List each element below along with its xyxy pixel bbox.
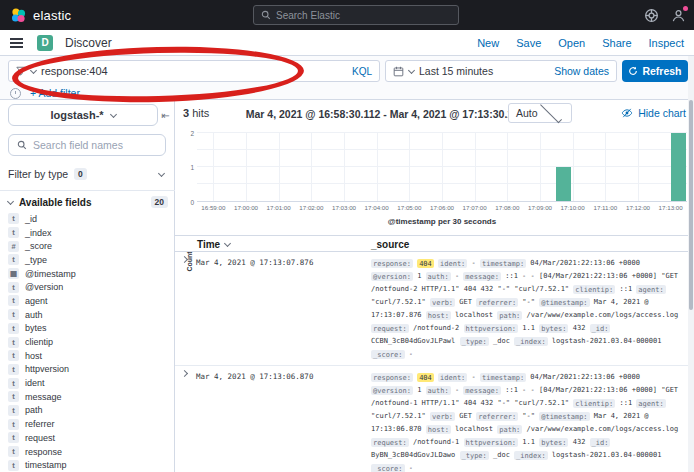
field-item[interactable]: tauth bbox=[8, 308, 168, 322]
vertical-scrollbar[interactable] bbox=[688, 56, 694, 472]
date-field-icon: ▦ bbox=[8, 268, 19, 279]
source-value: "curl/7.52.1" bbox=[371, 298, 426, 306]
field-name: path bbox=[25, 405, 43, 415]
query-section: response:404 KQL Last 15 minutes Show da… bbox=[0, 56, 694, 100]
sort-desc-icon bbox=[224, 240, 231, 247]
string-field-icon: t bbox=[8, 309, 19, 320]
x-tick-label: 17:13:00 bbox=[659, 204, 683, 211]
field-item[interactable]: t_id bbox=[8, 212, 168, 226]
field-item[interactable]: tclientip bbox=[8, 335, 168, 349]
field-item[interactable]: t_index bbox=[8, 226, 168, 240]
source-value: localhost bbox=[455, 311, 493, 319]
field-name: _index bbox=[25, 228, 52, 238]
chevron-down-icon bbox=[7, 197, 14, 204]
field-name: _type bbox=[25, 255, 47, 265]
scrollbar-thumb[interactable] bbox=[689, 100, 693, 310]
field-name: bytes bbox=[25, 323, 47, 333]
source-field-badge: httpversion: bbox=[464, 438, 519, 447]
source-field-badge: message: bbox=[463, 386, 501, 395]
gridline bbox=[638, 133, 639, 201]
source-field-badge: @version: bbox=[371, 386, 413, 395]
source-field-badge: agent: bbox=[636, 285, 665, 294]
interval-select[interactable]: Auto bbox=[508, 103, 572, 123]
source-field-badge: _index: bbox=[514, 451, 548, 460]
source-field-badge: referrer: bbox=[476, 412, 518, 421]
open-button[interactable]: Open bbox=[558, 37, 585, 49]
field-item[interactable]: ttimestamp bbox=[8, 458, 168, 472]
query-input[interactable]: response:404 KQL bbox=[8, 60, 380, 82]
global-header: elastic Search Elastic bbox=[0, 0, 694, 30]
source-field-badge: clientip: bbox=[573, 285, 615, 294]
source-value: /var/www/example.com/logs/access.log bbox=[527, 425, 679, 433]
filter-menu-icon[interactable] bbox=[16, 66, 26, 76]
source-field-badge: _index: bbox=[514, 337, 548, 346]
share-button[interactable]: Share bbox=[602, 37, 631, 49]
field-item[interactable]: trequest bbox=[8, 431, 168, 445]
string-field-icon: t bbox=[8, 391, 19, 402]
field-item[interactable]: tmessage bbox=[8, 390, 168, 404]
elastic-logo[interactable]: elastic bbox=[0, 7, 71, 24]
help-icon[interactable] bbox=[644, 8, 659, 23]
chevron-down-icon[interactable] bbox=[408, 66, 415, 73]
source-field-badge: clientip: bbox=[573, 399, 615, 408]
field-item[interactable]: tpath bbox=[8, 404, 168, 418]
hide-chart-button[interactable]: Hide chart bbox=[621, 107, 686, 119]
source-value: - bbox=[455, 386, 459, 394]
field-name: _id bbox=[25, 214, 37, 224]
refresh-button[interactable]: Refresh bbox=[622, 60, 688, 82]
field-item[interactable]: tagent bbox=[8, 294, 168, 308]
global-search-input[interactable]: Search Elastic bbox=[253, 5, 459, 25]
x-tick-label: 17:11:00 bbox=[594, 204, 618, 211]
field-item[interactable]: thost bbox=[8, 349, 168, 363]
refresh-icon bbox=[628, 66, 638, 76]
source-field-badge: _type: bbox=[460, 451, 489, 460]
histogram-chart[interactable] bbox=[197, 133, 687, 202]
source-value: localhost bbox=[455, 425, 493, 433]
source-field-badge: host: bbox=[426, 311, 451, 320]
field-item[interactable]: tident bbox=[8, 376, 168, 390]
time-range-label[interactable]: Last 15 minutes bbox=[419, 65, 549, 77]
available-fields-header[interactable]: Available fields 20 bbox=[8, 196, 168, 208]
histogram-bar[interactable] bbox=[671, 133, 686, 201]
chevron-down-icon[interactable] bbox=[30, 66, 37, 73]
date-picker[interactable]: Last 15 minutes Show dates bbox=[385, 60, 617, 82]
index-pattern-select[interactable]: logstash-* bbox=[8, 104, 158, 126]
inspect-button[interactable]: Inspect bbox=[649, 37, 684, 49]
collapse-sidebar-icon[interactable]: ⇤ bbox=[162, 110, 170, 121]
field-item[interactable]: t@version bbox=[8, 280, 168, 294]
expand-row-icon[interactable] bbox=[181, 256, 188, 263]
field-item[interactable]: tbytes bbox=[8, 322, 168, 336]
brand-name: elastic bbox=[33, 8, 71, 23]
string-field-icon: t bbox=[8, 213, 19, 224]
field-item[interactable]: treferrer bbox=[8, 417, 168, 431]
query-text[interactable]: response:404 bbox=[41, 65, 347, 77]
menu-icon[interactable] bbox=[10, 36, 23, 50]
discover-app-icon: D bbox=[37, 35, 53, 51]
field-item[interactable]: #_score bbox=[8, 239, 168, 253]
add-filter-button[interactable]: + Add filter bbox=[30, 87, 80, 99]
field-search-input[interactable]: Search field names bbox=[8, 134, 166, 156]
time-column-header[interactable]: Time bbox=[197, 239, 230, 250]
field-item[interactable]: tresponse bbox=[8, 445, 168, 459]
filter-by-type[interactable]: Filter by type 0 bbox=[8, 164, 166, 184]
histogram-bar[interactable] bbox=[556, 167, 571, 201]
saved-query-icon[interactable] bbox=[10, 88, 21, 99]
save-button[interactable]: Save bbox=[516, 37, 541, 49]
source-value: 1.1 bbox=[522, 438, 535, 446]
field-item[interactable]: thttpversion bbox=[8, 363, 168, 377]
string-field-icon: t bbox=[8, 419, 19, 430]
expand-row-icon[interactable] bbox=[181, 370, 188, 377]
show-dates-button[interactable]: Show dates bbox=[554, 65, 609, 77]
gridline bbox=[442, 133, 443, 201]
source-value: 04/Mar/2021:22:13:06 +0000 bbox=[530, 373, 640, 381]
discover-page: elastic Search Elastic bbox=[0, 0, 694, 472]
user-avatar[interactable] bbox=[671, 8, 686, 23]
field-item[interactable]: t_type bbox=[8, 253, 168, 267]
query-language-button[interactable]: KQL bbox=[352, 66, 372, 77]
source-field-badge: _id: bbox=[590, 324, 611, 333]
source-value: CCBN_3cB04dGovJLPawl bbox=[371, 337, 455, 345]
new-button[interactable]: New bbox=[477, 37, 499, 49]
source-value: /notfound-1 bbox=[413, 438, 459, 446]
row-time: Mar 4, 2021 @ 17:13:07.876 bbox=[196, 258, 313, 267]
field-item[interactable]: ▦@timestamp bbox=[8, 267, 168, 281]
